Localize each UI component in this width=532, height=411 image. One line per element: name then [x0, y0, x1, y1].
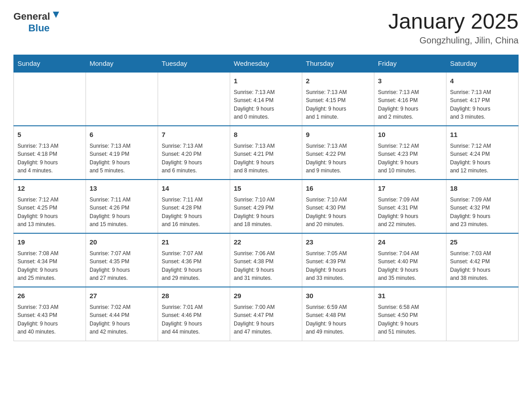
day-info: Sunrise: 7:13 AMSunset: 4:22 PMDaylight:… — [306, 142, 370, 175]
calendar-cell: 26Sunrise: 7:03 AMSunset: 4:43 PMDayligh… — [14, 287, 86, 341]
day-number: 23 — [306, 237, 370, 248]
day-number: 4 — [450, 76, 515, 86]
weekday-header-thursday: Thursday — [302, 55, 374, 73]
day-number: 10 — [378, 130, 442, 140]
day-info: Sunrise: 7:12 AMSunset: 4:24 PMDaylight:… — [450, 142, 515, 175]
day-number: 25 — [450, 237, 515, 248]
weekday-header-friday: Friday — [374, 55, 446, 73]
day-number: 6 — [90, 130, 154, 140]
calendar-cell: 17Sunrise: 7:09 AMSunset: 4:31 PMDayligh… — [374, 180, 446, 233]
day-info: Sunrise: 6:59 AMSunset: 4:48 PMDaylight:… — [306, 303, 370, 336]
day-number: 30 — [306, 291, 370, 301]
day-number: 11 — [450, 130, 515, 140]
calendar-cell: 31Sunrise: 6:58 AMSunset: 4:50 PMDayligh… — [374, 287, 446, 341]
calendar-cell: 1Sunrise: 7:13 AMSunset: 4:14 PMDaylight… — [230, 72, 302, 126]
calendar-header: SundayMondayTuesdayWednesdayThursdayFrid… — [14, 55, 519, 73]
day-info: Sunrise: 7:13 AMSunset: 4:14 PMDaylight:… — [234, 88, 298, 121]
calendar-cell: 20Sunrise: 7:07 AMSunset: 4:35 PMDayligh… — [86, 233, 158, 287]
day-info: Sunrise: 7:03 AMSunset: 4:42 PMDaylight:… — [450, 249, 515, 283]
day-info: Sunrise: 7:13 AMSunset: 4:18 PMDaylight:… — [17, 142, 82, 175]
day-number: 22 — [234, 237, 298, 248]
logo-text-blue: Blue — [28, 22, 50, 34]
day-info: Sunrise: 7:10 AMSunset: 4:29 PMDaylight:… — [234, 196, 298, 229]
day-info: Sunrise: 7:13 AMSunset: 4:17 PMDaylight:… — [450, 88, 515, 121]
calendar-cell: 27Sunrise: 7:02 AMSunset: 4:44 PMDayligh… — [86, 287, 158, 341]
calendar-cell — [446, 287, 519, 341]
calendar-cell: 5Sunrise: 7:13 AMSunset: 4:18 PMDaylight… — [14, 126, 86, 180]
day-info: Sunrise: 7:10 AMSunset: 4:30 PMDaylight:… — [306, 196, 370, 229]
day-info: Sunrise: 7:13 AMSunset: 4:15 PMDaylight:… — [306, 88, 370, 121]
page-header: General Blue January 2025 Gongzhuling, J… — [13, 9, 519, 46]
calendar-cell — [14, 72, 86, 126]
day-info: Sunrise: 7:02 AMSunset: 4:44 PMDaylight:… — [90, 303, 154, 336]
svg-marker-0 — [53, 12, 59, 18]
day-info: Sunrise: 7:11 AMSunset: 4:26 PMDaylight:… — [90, 196, 154, 229]
calendar-cell: 9Sunrise: 7:13 AMSunset: 4:22 PMDaylight… — [302, 126, 374, 180]
day-number: 31 — [378, 291, 442, 301]
calendar-cell: 15Sunrise: 7:10 AMSunset: 4:29 PMDayligh… — [230, 180, 302, 233]
day-info: Sunrise: 7:13 AMSunset: 4:21 PMDaylight:… — [234, 142, 298, 175]
day-number: 16 — [306, 184, 370, 194]
day-number: 29 — [234, 291, 298, 301]
day-info: Sunrise: 7:03 AMSunset: 4:43 PMDaylight:… — [17, 303, 82, 336]
day-number: 8 — [234, 130, 298, 140]
calendar-cell: 10Sunrise: 7:12 AMSunset: 4:23 PMDayligh… — [374, 126, 446, 180]
day-number: 1 — [234, 76, 298, 86]
logo-icon: General Blue — [13, 9, 61, 34]
calendar-cell: 8Sunrise: 7:13 AMSunset: 4:21 PMDaylight… — [230, 126, 302, 180]
calendar-cell: 3Sunrise: 7:13 AMSunset: 4:16 PMDaylight… — [374, 72, 446, 126]
day-info: Sunrise: 7:07 AMSunset: 4:36 PMDaylight:… — [162, 249, 226, 283]
day-number: 3 — [378, 76, 442, 86]
calendar-cell: 19Sunrise: 7:08 AMSunset: 4:34 PMDayligh… — [14, 233, 86, 287]
calendar-cell: 18Sunrise: 7:09 AMSunset: 4:32 PMDayligh… — [446, 180, 519, 233]
calendar-cell: 30Sunrise: 6:59 AMSunset: 4:48 PMDayligh… — [302, 287, 374, 341]
calendar-cell: 16Sunrise: 7:10 AMSunset: 4:30 PMDayligh… — [302, 180, 374, 233]
day-number: 18 — [450, 184, 515, 194]
day-info: Sunrise: 7:12 AMSunset: 4:23 PMDaylight:… — [378, 142, 442, 175]
day-number: 19 — [17, 237, 82, 248]
day-info: Sunrise: 7:13 AMSunset: 4:16 PMDaylight:… — [378, 88, 442, 121]
weekday-header-tuesday: Tuesday — [158, 55, 230, 73]
day-number: 9 — [306, 130, 370, 140]
weekday-header-saturday: Saturday — [446, 55, 519, 73]
day-number: 7 — [162, 130, 226, 140]
logo-arrow-icon — [51, 10, 61, 20]
day-number: 26 — [17, 291, 82, 301]
day-number: 20 — [90, 237, 154, 248]
calendar-week-row: 1Sunrise: 7:13 AMSunset: 4:14 PMDaylight… — [14, 72, 519, 126]
logo-text-general: General — [13, 11, 50, 22]
calendar-week-row: 5Sunrise: 7:13 AMSunset: 4:18 PMDaylight… — [14, 126, 519, 180]
day-number: 24 — [378, 237, 442, 248]
day-info: Sunrise: 7:08 AMSunset: 4:34 PMDaylight:… — [17, 249, 82, 283]
logo: General Blue — [13, 9, 61, 34]
day-info: Sunrise: 7:00 AMSunset: 4:47 PMDaylight:… — [234, 303, 298, 336]
day-info: Sunrise: 7:07 AMSunset: 4:35 PMDaylight:… — [90, 249, 154, 283]
day-info: Sunrise: 7:13 AMSunset: 4:19 PMDaylight:… — [90, 142, 154, 175]
calendar-week-row: 19Sunrise: 7:08 AMSunset: 4:34 PMDayligh… — [14, 233, 519, 287]
calendar-cell: 28Sunrise: 7:01 AMSunset: 4:46 PMDayligh… — [158, 287, 230, 341]
weekday-header-wednesday: Wednesday — [230, 55, 302, 73]
calendar-week-row: 12Sunrise: 7:12 AMSunset: 4:25 PMDayligh… — [14, 180, 519, 233]
calendar-cell: 22Sunrise: 7:06 AMSunset: 4:38 PMDayligh… — [230, 233, 302, 287]
day-number: 12 — [17, 184, 82, 194]
day-info: Sunrise: 6:58 AMSunset: 4:50 PMDaylight:… — [378, 303, 442, 336]
weekday-header-row: SundayMondayTuesdayWednesdayThursdayFrid… — [14, 55, 519, 73]
title-section: January 2025 Gongzhuling, Jilin, China — [388, 9, 519, 46]
calendar-cell: 29Sunrise: 7:00 AMSunset: 4:47 PMDayligh… — [230, 287, 302, 341]
day-number: 13 — [90, 184, 154, 194]
day-number: 28 — [162, 291, 226, 301]
day-info: Sunrise: 7:12 AMSunset: 4:25 PMDaylight:… — [17, 196, 82, 229]
calendar-cell — [86, 72, 158, 126]
day-info: Sunrise: 7:06 AMSunset: 4:38 PMDaylight:… — [234, 249, 298, 283]
calendar-cell: 11Sunrise: 7:12 AMSunset: 4:24 PMDayligh… — [446, 126, 519, 180]
calendar-cell: 7Sunrise: 7:13 AMSunset: 4:20 PMDaylight… — [158, 126, 230, 180]
day-number: 17 — [378, 184, 442, 194]
day-info: Sunrise: 7:09 AMSunset: 4:31 PMDaylight:… — [378, 196, 442, 229]
day-info: Sunrise: 7:01 AMSunset: 4:46 PMDaylight:… — [162, 303, 226, 336]
calendar-cell: 13Sunrise: 7:11 AMSunset: 4:26 PMDayligh… — [86, 180, 158, 233]
day-number: 2 — [306, 76, 370, 86]
day-number: 5 — [17, 130, 82, 140]
weekday-header-monday: Monday — [86, 55, 158, 73]
day-number: 14 — [162, 184, 226, 194]
day-info: Sunrise: 7:13 AMSunset: 4:20 PMDaylight:… — [162, 142, 226, 175]
